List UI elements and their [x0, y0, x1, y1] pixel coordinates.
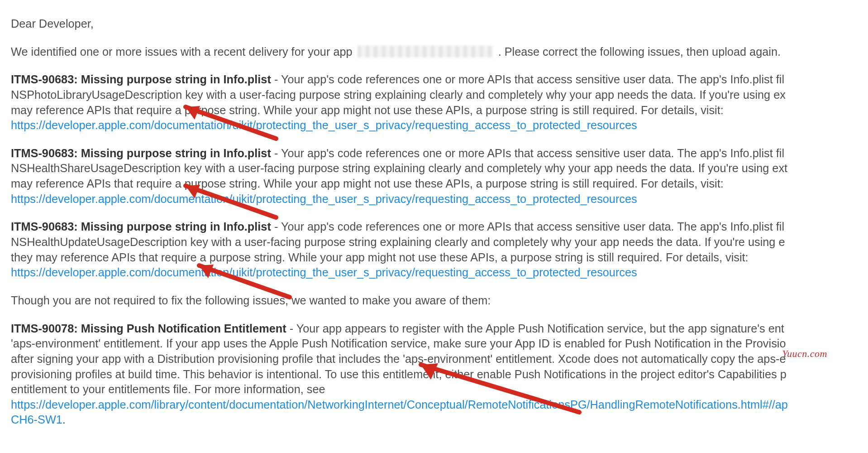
issue-link[interactable]: https://developer.apple.com/documentatio… [11, 266, 637, 279]
issue-text: NSPhotoLibraryUsageDescription key with … [11, 88, 786, 101]
issue-text: entitlement to your entitlements file. F… [11, 383, 325, 395]
issue-text: NSHealthShareUsageDescription key with a… [11, 162, 787, 174]
issue-text: may reference APIs that require a purpos… [11, 104, 724, 116]
issue-title: ITMS-90078: Missing Push Notification En… [11, 322, 286, 335]
issue-link[interactable]: CH6-SW1 [11, 413, 62, 426]
issue-block: ITMS-90683: Missing purpose string in In… [11, 146, 868, 207]
greeting-line: Dear Developer, [11, 16, 868, 32]
intro-line: We identified one or more issues with a … [11, 44, 868, 60]
push-issue-block: ITMS-90078: Missing Push Notification En… [11, 321, 868, 428]
notice-line: Though you are not required to fix the f… [11, 293, 868, 308]
issue-text: - Your app's code references one or more… [271, 220, 784, 233]
redacted-app-name [358, 46, 493, 58]
issue-text: after signing your app with a Distributi… [11, 352, 786, 365]
link-trail: . [62, 413, 66, 426]
issue-text: - Your app's code references one or more… [271, 73, 784, 86]
issue-title: ITMS-90683: Missing purpose string in In… [11, 147, 271, 159]
issue-link[interactable]: https://developer.apple.com/documentatio… [11, 119, 637, 131]
issue-text: NSHealthUpdateUsageDescription key with … [11, 236, 785, 248]
intro-after: . Please correct the following issues, t… [498, 45, 781, 58]
issue-link[interactable]: https://developer.apple.com/library/cont… [11, 398, 788, 411]
issue-text: they may reference APIs that require a p… [11, 251, 749, 264]
issue-text: - Your app's code references one or more… [271, 147, 784, 159]
intro-before: We identified one or more issues with a … [11, 45, 356, 58]
issue-title: ITMS-90683: Missing purpose string in In… [11, 220, 271, 233]
issue-title: ITMS-90683: Missing purpose string in In… [11, 73, 271, 86]
issue-text: provisioning profiles at build time. Thi… [11, 368, 787, 381]
issue-text: 'aps-environment' entitlement. If your a… [11, 337, 786, 350]
issue-link[interactable]: https://developer.apple.com/documentatio… [11, 193, 637, 205]
issue-text: - Your app appears to register with the … [286, 322, 784, 335]
email-body: Dear Developer, We identified one or mor… [0, 0, 868, 453]
watermark-text: Yuucn.com [782, 347, 827, 360]
issue-block: ITMS-90683: Missing purpose string in In… [11, 219, 868, 280]
issue-text: may reference APIs that require a purpos… [11, 177, 724, 190]
issue-block: ITMS-90683: Missing purpose string in In… [11, 72, 868, 133]
